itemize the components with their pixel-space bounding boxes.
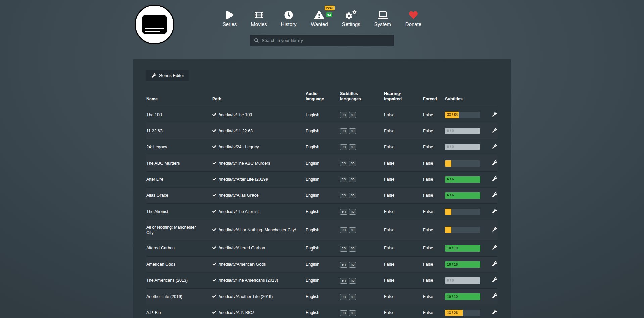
nav-item-series[interactable]: Series — [223, 10, 237, 27]
subtitles-progress-label: 33 / 84 — [447, 112, 458, 117]
edit-series-button[interactable] — [492, 277, 497, 282]
subtitles-progress-cell: 13 / 26 — [445, 305, 482, 318]
hearing-impaired-value: False — [384, 240, 423, 257]
series-path: /media/tv/All or Nothing- Manchester Cit… — [219, 228, 296, 232]
language-badge: en — [340, 310, 347, 316]
language-badge: no — [349, 209, 356, 215]
nav-item-wanted[interactable]: 2246 62 Wanted — [311, 10, 328, 27]
language-badge: no — [349, 193, 356, 198]
edit-series-button[interactable] — [492, 192, 497, 197]
subtitles-progress: 0 / 0 — [445, 144, 480, 150]
series-path-cell: /media/tv/After Life (2019)/ — [212, 171, 306, 187]
language-badge: no — [349, 246, 356, 252]
subtitle-language-badges: enno — [340, 220, 384, 240]
audio-language: English — [306, 187, 340, 203]
subtitle-language-badges: enno — [340, 305, 384, 318]
nav-item-history[interactable]: History — [281, 10, 297, 27]
series-name-link[interactable]: 11.22.63 — [146, 123, 212, 139]
subtitles-progress-fill — [445, 160, 451, 167]
language-badge: en — [340, 209, 347, 215]
nav-item-donate[interactable]: Donate — [405, 10, 421, 27]
wrench-icon — [492, 192, 497, 197]
subtitle-language-badges: enno — [340, 123, 384, 139]
language-badge: en — [340, 161, 347, 166]
row-actions-cell — [482, 289, 498, 305]
audio-language: English — [306, 305, 340, 318]
app-logo[interactable] — [135, 5, 174, 44]
edit-series-button[interactable] — [492, 160, 497, 165]
forced-value: False — [423, 171, 445, 187]
series-path: /media/tv/The ABC Murders — [219, 161, 270, 166]
subtitles-progress-fill — [445, 227, 451, 233]
row-actions-cell — [482, 240, 498, 257]
series-name-link[interactable]: All or Nothing: Manchester City — [146, 220, 212, 240]
col-header-name: Name — [146, 88, 212, 107]
edit-series-button[interactable] — [492, 293, 497, 298]
series-name-link[interactable]: 24: Legacy — [146, 139, 212, 155]
subtitles-progress: 13 / 26 — [445, 310, 480, 316]
edit-series-button[interactable] — [492, 144, 497, 149]
series-name-link[interactable]: American Gods — [146, 257, 212, 273]
series-name-link[interactable]: Alias Grace — [146, 187, 212, 203]
subtitles-progress-cell: 0 / 0 — [445, 139, 482, 155]
edit-series-button[interactable] — [492, 227, 497, 232]
language-badge: en — [340, 144, 347, 150]
edit-series-button[interactable] — [492, 176, 497, 181]
series-path-cell: /media/tv/Altered Carbon — [212, 240, 306, 257]
edit-series-button[interactable] — [492, 209, 497, 213]
subtitles-progress-fill — [445, 209, 451, 215]
row-actions-cell — [482, 305, 498, 318]
exclamation-triangle-icon — [314, 10, 324, 19]
language-badge: no — [349, 262, 356, 268]
col-header-path: Path — [212, 88, 306, 107]
series-name-link[interactable]: The ABC Murders — [146, 155, 212, 171]
language-badge: en — [340, 112, 347, 118]
wrench-icon — [492, 160, 497, 165]
row-actions-cell — [482, 107, 498, 123]
series-name-link[interactable]: Another Life (2019) — [146, 289, 212, 305]
series-path-cell: /media/tv/The 100 — [212, 107, 306, 123]
wrench-icon — [492, 261, 497, 266]
col-header-subtitles-languages: Subtitles languages — [340, 88, 384, 107]
path-exists-check-icon — [212, 227, 216, 233]
edit-series-button[interactable] — [492, 261, 497, 266]
series-path: /media/tv/Another Life (2019) — [219, 294, 273, 299]
audio-language: English — [306, 155, 340, 171]
series-editor-button[interactable]: Series Editor — [146, 70, 189, 81]
forced-value: False — [423, 139, 445, 155]
search-input[interactable] — [262, 38, 390, 43]
series-name-link[interactable]: Altered Carbon — [146, 240, 212, 257]
series-path-cell: /media/tv/The Americans (2013) — [212, 273, 306, 289]
forced-value: False — [423, 155, 445, 171]
edit-series-button[interactable] — [492, 128, 497, 133]
app-header: Series Movies History 2246 62 — [0, 0, 644, 59]
series-path-cell: /media/tv/All or Nothing- Manchester Cit… — [212, 220, 306, 240]
series-name-link[interactable]: The Alienist — [146, 203, 212, 220]
subtitles-progress: 16 / 16 — [445, 261, 480, 268]
wrench-icon — [492, 209, 497, 213]
series-path: /media/tv/After Life (2019)/ — [219, 177, 268, 182]
nav-label-movies: Movies — [251, 21, 267, 27]
subtitles-progress-cell: 10 / 10 — [445, 289, 482, 305]
wrench-icon — [492, 245, 497, 250]
nav-item-settings[interactable]: Settings — [342, 10, 360, 27]
audio-language: English — [306, 240, 340, 257]
series-name-link[interactable]: The 100 — [146, 107, 212, 123]
edit-series-button[interactable] — [492, 245, 497, 250]
subtitles-progress-cell: 16 / 16 — [445, 257, 482, 273]
series-name-link[interactable]: After Life — [146, 171, 212, 187]
col-header-audio-language: Audio language — [306, 88, 340, 107]
edit-series-button[interactable] — [492, 112, 497, 117]
path-exists-check-icon — [212, 144, 216, 150]
series-name-link[interactable]: The Americans (2013) — [146, 273, 212, 289]
nav-item-movies[interactable]: Movies — [251, 10, 267, 27]
edit-series-button[interactable] — [492, 310, 497, 314]
wrench-icon — [492, 293, 497, 298]
language-badge: en — [340, 246, 347, 252]
nav-item-system[interactable]: System — [374, 10, 391, 27]
series-path: /media/tv/The Alienist — [219, 209, 259, 214]
path-exists-check-icon — [212, 245, 216, 251]
series-path: /media/tv/24 - Legacy — [219, 145, 259, 149]
series-name-link[interactable]: A.P. Bio — [146, 305, 212, 318]
table-row: Altered Carbon /media/tv/Altered Carbon … — [146, 240, 498, 257]
